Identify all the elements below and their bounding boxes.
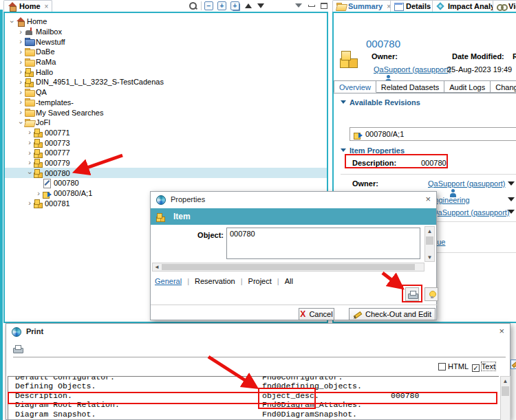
- collapse-chevron-icon[interactable]: ›: [26, 169, 34, 177]
- tree-item-000780[interactable]: 000780: [5, 178, 327, 188]
- item-icon: [25, 67, 34, 76]
- collapse-chevron-icon[interactable]: ›: [17, 118, 25, 126]
- chevron-down-icon[interactable]: [508, 197, 515, 201]
- tree-item-hallo[interactable]: ›Hallo: [5, 67, 327, 77]
- properties-tab-project[interactable]: Project: [248, 277, 272, 285]
- text-checkbox[interactable]: ✓: [472, 364, 480, 372]
- close-dialog-icon[interactable]: ×: [425, 194, 431, 204]
- tree-item-home[interactable]: ›Home: [5, 16, 327, 27]
- revision-row[interactable]: 000780/A;1: [350, 127, 516, 141]
- printer-icon[interactable]: [13, 344, 22, 353]
- tree-item-jofi[interactable]: ›JoFI: [5, 118, 327, 128]
- scroll-thumb[interactable]: [426, 236, 433, 245]
- tree-item-dabe[interactable]: ›DaBe: [5, 47, 327, 57]
- tree-item-din-4951-l-l-3232-s-testcadenas[interactable]: ›DIN_4951_L_L_3232_S-TestCadenas: [5, 77, 327, 87]
- move-up-icon[interactable]: [244, 1, 252, 10]
- object-textarea[interactable]: 000780: [226, 228, 420, 259]
- properties-tab-all[interactable]: All: [285, 277, 293, 285]
- tree-item-label: 000779: [45, 159, 70, 167]
- annotation-box-description-row: [8, 392, 497, 404]
- tree-item-qa[interactable]: ›QA: [5, 87, 327, 98]
- tab-summary[interactable]: Summary ×: [332, 0, 395, 12]
- tab-separator: |: [187, 277, 189, 285]
- tree-item-000780[interactable]: ›000780: [5, 168, 327, 178]
- vertical-scrollbar[interactable]: ▲ ▼: [424, 226, 435, 262]
- tab-details[interactable]: Details: [390, 0, 435, 12]
- subtab-audit-logs[interactable]: Audit Logs: [444, 80, 491, 93]
- expand-chevron-icon[interactable]: ›: [17, 58, 25, 66]
- expand-chevron-icon[interactable]: ›: [25, 129, 34, 136]
- close-dialog-icon[interactable]: ×: [499, 326, 504, 336]
- properties-tab-general[interactable]: General: [155, 277, 182, 285]
- chevron-down-icon[interactable]: [508, 181, 515, 186]
- properties-dialog-title: Properties: [171, 195, 205, 203]
- folder-blue-icon: [25, 37, 34, 46]
- subtab-change-history[interactable]: Change History: [491, 80, 516, 93]
- html-checkbox[interactable]: [438, 363, 446, 371]
- divider: [341, 174, 516, 175]
- search-icon[interactable]: [189, 1, 197, 10]
- expand-chevron-icon[interactable]: ›: [17, 78, 25, 86]
- close-tab-icon[interactable]: ×: [45, 3, 49, 10]
- tree-item-000777[interactable]: ›000777: [5, 148, 327, 158]
- vertical-scrollbar[interactable]: ▲: [500, 376, 510, 420]
- expand-chevron-icon[interactable]: ›: [17, 48, 25, 56]
- chevron-down-icon[interactable]: [508, 210, 515, 214]
- owner-link[interactable]: QaSupport (qasupport): [374, 65, 451, 74]
- owner-property-label: Owner:: [352, 179, 378, 188]
- expand-chevron-icon[interactable]: ›: [25, 159, 34, 166]
- scroll-up-icon[interactable]: ▲: [425, 227, 434, 235]
- expand-chevron-icon[interactable]: ›: [17, 89, 25, 96]
- expand-chevron-icon[interactable]: ›: [17, 109, 25, 116]
- edit-output-icon[interactable]: [510, 360, 516, 371]
- scroll-down-icon[interactable]: ▼: [425, 253, 434, 261]
- tree-item-000779[interactable]: ›000779: [5, 158, 327, 168]
- red-x-icon: X: [300, 309, 305, 319]
- checkout-and-edit-button[interactable]: Check-Out and Edit: [349, 308, 436, 320]
- expand-chevron-icon[interactable]: ›: [25, 139, 34, 146]
- collapse-chevron-icon[interactable]: ›: [8, 17, 16, 25]
- options-button[interactable]: [424, 287, 438, 301]
- tree-item-mailbox[interactable]: ›Mailbox: [5, 27, 327, 37]
- date-modified-value: 25-Aug-2023 19:49: [447, 65, 512, 74]
- properties-tabs: General|Reservation|Project|All: [155, 277, 293, 285]
- properties-tab-reservation[interactable]: Reservation: [195, 277, 235, 285]
- subtab-overview[interactable]: Overview: [334, 80, 376, 93]
- cancel-button[interactable]: X Cancel: [299, 308, 334, 320]
- scroll-left-icon[interactable]: ◄: [153, 263, 161, 271]
- expand-chevron-icon[interactable]: ›: [17, 68, 25, 76]
- tree-item--templates-[interactable]: ›-templates-: [5, 98, 327, 108]
- expand-all-icon[interactable]: +: [230, 1, 239, 10]
- scroll-thumb[interactable]: [502, 386, 509, 396]
- truncated-column-label: Re: [513, 52, 516, 60]
- tree-item-newstuff[interactable]: ›Newstuff: [5, 36, 327, 47]
- minimize-icon[interactable]: [307, 1, 316, 10]
- tree-item-label: QA: [36, 88, 47, 96]
- expand-icon[interactable]: +: [217, 1, 226, 10]
- move-down-icon[interactable]: [256, 1, 265, 10]
- expand-chevron-icon[interactable]: ›: [34, 190, 43, 197]
- collapse-triangle-icon: [341, 100, 346, 104]
- owner-property-link[interactable]: QaSupport (qasupport): [428, 179, 506, 188]
- view-menu-icon[interactable]: [294, 1, 303, 10]
- modifier-link[interactable]: QaSupport (qasupport): [432, 208, 510, 217]
- tree-item-000773[interactable]: ›000773: [5, 137, 327, 148]
- tree-item-rama[interactable]: ›RaMa: [5, 57, 327, 67]
- expand-chevron-icon[interactable]: ›: [25, 199, 34, 207]
- tree-item-000771[interactable]: ›000771: [5, 128, 327, 138]
- section-available-revisions[interactable]: Available Revisions: [341, 98, 420, 107]
- subtab-related-datasets[interactable]: Related Datasets: [376, 80, 444, 93]
- tree-item-my-saved-searches[interactable]: ›My Saved Searches: [5, 107, 327, 118]
- tab-view[interactable]: View: [493, 0, 516, 12]
- horizontal-scrollbar[interactable]: ◄: [152, 263, 424, 272]
- maximize-icon[interactable]: [319, 1, 328, 10]
- expand-chevron-icon[interactable]: ›: [17, 98, 25, 106]
- expand-chevron-icon[interactable]: ›: [17, 38, 25, 45]
- tab-home[interactable]: Home ×: [3, 0, 52, 12]
- scroll-thumb[interactable]: [162, 264, 415, 270]
- expand-chevron-icon[interactable]: ›: [25, 149, 34, 157]
- divider: [13, 357, 506, 357]
- expand-chevron-icon[interactable]: ›: [17, 28, 25, 36]
- collapse-all-icon[interactable]: −: [204, 1, 213, 10]
- scroll-up-icon[interactable]: ▲: [501, 377, 510, 385]
